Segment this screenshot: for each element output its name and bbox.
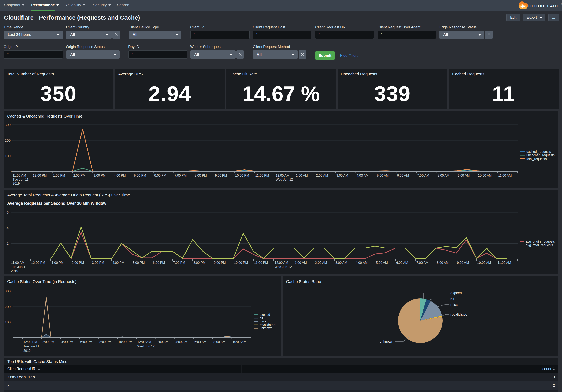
svg-text:12:00 AM: 12:00 AM [276, 174, 289, 177]
svg-text:1:00 PM: 1:00 PM [53, 174, 65, 177]
svg-text:hit: hit [450, 297, 454, 301]
svg-text:1:00 AM: 1:00 AM [295, 261, 307, 265]
svg-text:3:00 PM: 3:00 PM [94, 174, 106, 177]
svg-text:Tue Jun 11: Tue Jun 11 [23, 345, 39, 348]
svg-text:6: 6 [7, 211, 9, 214]
svg-text:9:00 AM: 9:00 AM [457, 261, 469, 265]
svg-text:10:00 AM: 10:00 AM [477, 261, 491, 265]
svg-text:200: 200 [5, 139, 11, 142]
svg-text:300: 300 [5, 123, 11, 127]
svg-text:2:00 AM: 2:00 AM [316, 174, 328, 177]
svg-text:6:00 AM: 6:00 AM [396, 261, 408, 265]
svg-text:200: 200 [5, 305, 11, 309]
svg-text:5:00 PM: 5:00 PM [134, 174, 146, 177]
svg-text:8:00 AM: 8:00 AM [437, 261, 449, 265]
svg-text:5:00 AM: 5:00 AM [376, 261, 388, 265]
svg-text:6:00 PM: 6:00 PM [80, 340, 93, 344]
svg-text:10:00 PM: 10:00 PM [235, 174, 249, 177]
svg-text:2:00 AM: 2:00 AM [315, 261, 327, 265]
svg-text:Wed Jun 12: Wed Jun 12 [274, 265, 292, 269]
svg-text:8:00 AM: 8:00 AM [213, 340, 225, 344]
svg-text:4:00 PM: 4:00 PM [114, 174, 126, 177]
svg-text:6:00 PM: 6:00 PM [154, 174, 166, 177]
svg-text:2:00 AM: 2:00 AM [156, 340, 168, 344]
svg-text:miss: miss [259, 320, 266, 323]
svg-text:2019: 2019 [23, 349, 31, 352]
svg-text:4: 4 [7, 226, 9, 230]
svg-text:3:00 PM: 3:00 PM [92, 261, 104, 265]
svg-text:expired: expired [450, 291, 462, 295]
svg-text:uncached_requests: uncached_requests [526, 153, 555, 157]
svg-text:Tue Jun 11: Tue Jun 11 [12, 178, 28, 181]
svg-text:®: ® [561, 3, 562, 5]
svg-text:Wed Jun 12: Wed Jun 12 [138, 345, 155, 348]
svg-text:11:00 PM: 11:00 PM [256, 174, 269, 177]
svg-text:11:00 AM: 11:00 AM [498, 174, 512, 177]
svg-text:4:00 AM: 4:00 AM [356, 261, 368, 265]
svg-text:12:00 PM: 12:00 PM [23, 340, 37, 344]
svg-text:3:00 AM: 3:00 AM [335, 261, 347, 265]
svg-text:7:00 PM: 7:00 PM [174, 174, 187, 177]
svg-text:12:00 AM: 12:00 AM [138, 340, 151, 344]
svg-text:unknown: unknown [380, 339, 393, 343]
svg-text:10:00 PM: 10:00 PM [234, 261, 248, 265]
svg-text:unknown: unknown [259, 326, 272, 330]
svg-text:11:00 AM: 11:00 AM [11, 261, 24, 265]
svg-text:1:00 PM: 1:00 PM [51, 261, 64, 265]
svg-text:2:00 PM: 2:00 PM [73, 174, 85, 177]
svg-text:2019: 2019 [12, 182, 20, 185]
svg-text:4:00 PM: 4:00 PM [61, 340, 74, 344]
svg-text:11:00 AM: 11:00 AM [498, 261, 511, 265]
svg-text:6:00 PM: 6:00 PM [153, 261, 165, 265]
svg-text:9:00 AM: 9:00 AM [458, 174, 470, 177]
svg-text:Tue Jun 11: Tue Jun 11 [11, 265, 27, 269]
svg-text:7:00 PM: 7:00 PM [173, 261, 185, 265]
svg-text:Wed Jun 12: Wed Jun 12 [276, 178, 293, 181]
svg-text:11:00 PM: 11:00 PM [254, 261, 268, 265]
svg-text:CLOUDFLARE: CLOUDFLARE [528, 4, 560, 8]
svg-text:4:00 AM: 4:00 AM [175, 340, 187, 344]
svg-text:2:00 PM: 2:00 PM [42, 340, 55, 344]
svg-text:revalidated: revalidated [259, 323, 275, 326]
svg-text:8:00 AM: 8:00 AM [437, 174, 449, 177]
svg-text:8:00 PM: 8:00 PM [99, 340, 112, 344]
svg-text:10:00 PM: 10:00 PM [118, 340, 132, 344]
svg-text:2019: 2019 [11, 269, 18, 273]
svg-text:hit: hit [259, 316, 263, 320]
svg-text:8:00 PM: 8:00 PM [195, 174, 207, 177]
svg-text:total_requests: total_requests [526, 157, 547, 161]
svg-text:7:00 AM: 7:00 AM [416, 261, 428, 265]
svg-text:avg_total_requests: avg_total_requests [526, 243, 553, 247]
svg-text:9:00 PM: 9:00 PM [214, 261, 226, 265]
svg-text:cached_requests: cached_requests [526, 150, 551, 154]
svg-text:revalidated: revalidated [450, 312, 467, 316]
svg-text:6:00 AM: 6:00 AM [397, 174, 409, 177]
svg-text:300: 300 [5, 289, 11, 293]
svg-text:expired: expired [259, 313, 270, 316]
svg-text:6:00 AM: 6:00 AM [194, 340, 206, 344]
svg-text:10:00 AM: 10:00 AM [233, 340, 246, 344]
svg-text:2:00 PM: 2:00 PM [72, 261, 84, 265]
svg-text:3:00 AM: 3:00 AM [336, 174, 348, 177]
svg-text:5:00 PM: 5:00 PM [133, 261, 145, 265]
svg-text:avg_origin_requests: avg_origin_requests [526, 240, 555, 243]
svg-text:11:00 AM: 11:00 AM [12, 174, 26, 177]
svg-text:4:00 PM: 4:00 PM [112, 261, 125, 265]
svg-text:12:00 PM: 12:00 PM [31, 261, 45, 265]
svg-text:12:00 PM: 12:00 PM [33, 174, 47, 177]
svg-text:miss: miss [450, 303, 457, 307]
svg-text:10:00 AM: 10:00 AM [478, 174, 492, 177]
svg-text:8:00 PM: 8:00 PM [193, 261, 206, 265]
svg-text:9:00 PM: 9:00 PM [215, 174, 227, 177]
svg-text:100: 100 [5, 321, 11, 324]
svg-text:4:00 AM: 4:00 AM [357, 174, 369, 177]
svg-text:5:00 AM: 5:00 AM [377, 174, 389, 177]
svg-text:12:00 AM: 12:00 AM [274, 261, 288, 265]
svg-text:2: 2 [7, 242, 9, 245]
svg-text:100: 100 [5, 154, 11, 158]
svg-text:7:00 AM: 7:00 AM [417, 174, 429, 177]
svg-text:1:00 AM: 1:00 AM [296, 174, 308, 177]
